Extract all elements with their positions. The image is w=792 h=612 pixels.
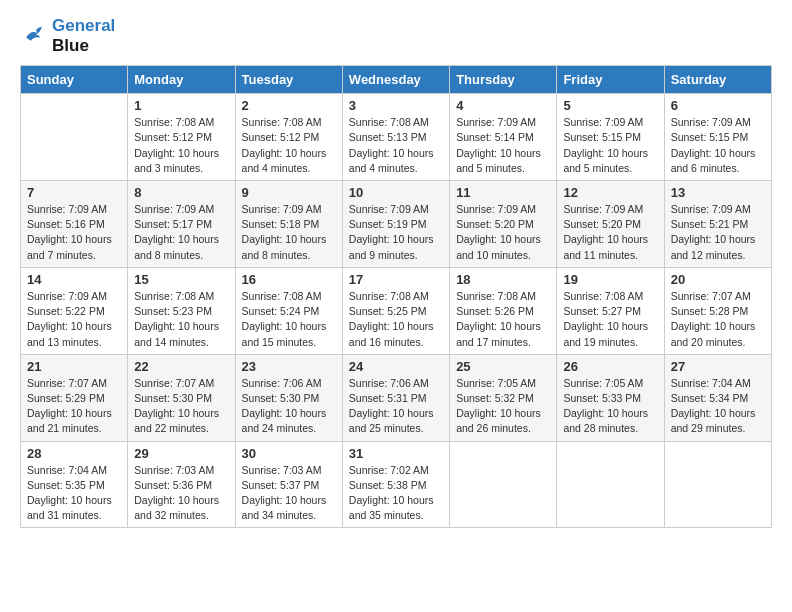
day-number: 16 [242, 272, 336, 287]
day-info: Sunrise: 7:09 AM Sunset: 5:15 PM Dayligh… [671, 115, 765, 176]
day-info: Sunrise: 7:07 AM Sunset: 5:29 PM Dayligh… [27, 376, 121, 437]
day-number: 11 [456, 185, 550, 200]
day-header-sunday: Sunday [21, 66, 128, 94]
calendar-cell [557, 441, 664, 528]
week-row-1: 1Sunrise: 7:08 AM Sunset: 5:12 PM Daylig… [21, 94, 772, 181]
day-info: Sunrise: 7:08 AM Sunset: 5:24 PM Dayligh… [242, 289, 336, 350]
day-info: Sunrise: 7:09 AM Sunset: 5:17 PM Dayligh… [134, 202, 228, 263]
day-info: Sunrise: 7:06 AM Sunset: 5:31 PM Dayligh… [349, 376, 443, 437]
day-info: Sunrise: 7:04 AM Sunset: 5:35 PM Dayligh… [27, 463, 121, 524]
calendar-cell: 18Sunrise: 7:08 AM Sunset: 5:26 PM Dayli… [450, 267, 557, 354]
day-number: 21 [27, 359, 121, 374]
day-header-tuesday: Tuesday [235, 66, 342, 94]
day-number: 31 [349, 446, 443, 461]
week-row-2: 7Sunrise: 7:09 AM Sunset: 5:16 PM Daylig… [21, 180, 772, 267]
day-header-thursday: Thursday [450, 66, 557, 94]
day-number: 18 [456, 272, 550, 287]
calendar-cell: 22Sunrise: 7:07 AM Sunset: 5:30 PM Dayli… [128, 354, 235, 441]
day-info: Sunrise: 7:08 AM Sunset: 5:13 PM Dayligh… [349, 115, 443, 176]
calendar-cell: 9Sunrise: 7:09 AM Sunset: 5:18 PM Daylig… [235, 180, 342, 267]
day-header-monday: Monday [128, 66, 235, 94]
day-info: Sunrise: 7:09 AM Sunset: 5:14 PM Dayligh… [456, 115, 550, 176]
day-number: 28 [27, 446, 121, 461]
calendar-cell: 28Sunrise: 7:04 AM Sunset: 5:35 PM Dayli… [21, 441, 128, 528]
logo-icon [20, 22, 48, 50]
calendar-table: SundayMondayTuesdayWednesdayThursdayFrid… [20, 65, 772, 528]
day-number: 10 [349, 185, 443, 200]
calendar-cell: 4Sunrise: 7:09 AM Sunset: 5:14 PM Daylig… [450, 94, 557, 181]
day-info: Sunrise: 7:08 AM Sunset: 5:25 PM Dayligh… [349, 289, 443, 350]
day-info: Sunrise: 7:06 AM Sunset: 5:30 PM Dayligh… [242, 376, 336, 437]
calendar-cell: 25Sunrise: 7:05 AM Sunset: 5:32 PM Dayli… [450, 354, 557, 441]
day-info: Sunrise: 7:05 AM Sunset: 5:32 PM Dayligh… [456, 376, 550, 437]
day-info: Sunrise: 7:08 AM Sunset: 5:26 PM Dayligh… [456, 289, 550, 350]
day-number: 3 [349, 98, 443, 113]
day-info: Sunrise: 7:09 AM Sunset: 5:22 PM Dayligh… [27, 289, 121, 350]
day-header-friday: Friday [557, 66, 664, 94]
calendar-cell: 12Sunrise: 7:09 AM Sunset: 5:20 PM Dayli… [557, 180, 664, 267]
day-number: 6 [671, 98, 765, 113]
calendar-cell: 7Sunrise: 7:09 AM Sunset: 5:16 PM Daylig… [21, 180, 128, 267]
calendar-cell: 3Sunrise: 7:08 AM Sunset: 5:13 PM Daylig… [342, 94, 449, 181]
calendar-cell: 1Sunrise: 7:08 AM Sunset: 5:12 PM Daylig… [128, 94, 235, 181]
day-number: 1 [134, 98, 228, 113]
day-number: 14 [27, 272, 121, 287]
page-header: General Blue [20, 16, 772, 55]
day-number: 26 [563, 359, 657, 374]
day-info: Sunrise: 7:04 AM Sunset: 5:34 PM Dayligh… [671, 376, 765, 437]
day-number: 12 [563, 185, 657, 200]
week-row-3: 14Sunrise: 7:09 AM Sunset: 5:22 PM Dayli… [21, 267, 772, 354]
day-info: Sunrise: 7:09 AM Sunset: 5:15 PM Dayligh… [563, 115, 657, 176]
calendar-cell: 2Sunrise: 7:08 AM Sunset: 5:12 PM Daylig… [235, 94, 342, 181]
day-info: Sunrise: 7:08 AM Sunset: 5:12 PM Dayligh… [134, 115, 228, 176]
calendar-cell: 11Sunrise: 7:09 AM Sunset: 5:20 PM Dayli… [450, 180, 557, 267]
day-info: Sunrise: 7:08 AM Sunset: 5:12 PM Dayligh… [242, 115, 336, 176]
calendar-cell: 17Sunrise: 7:08 AM Sunset: 5:25 PM Dayli… [342, 267, 449, 354]
day-number: 24 [349, 359, 443, 374]
day-number: 8 [134, 185, 228, 200]
day-number: 7 [27, 185, 121, 200]
day-info: Sunrise: 7:07 AM Sunset: 5:30 PM Dayligh… [134, 376, 228, 437]
calendar-cell [664, 441, 771, 528]
calendar-cell: 19Sunrise: 7:08 AM Sunset: 5:27 PM Dayli… [557, 267, 664, 354]
day-number: 20 [671, 272, 765, 287]
day-info: Sunrise: 7:05 AM Sunset: 5:33 PM Dayligh… [563, 376, 657, 437]
calendar-cell: 24Sunrise: 7:06 AM Sunset: 5:31 PM Dayli… [342, 354, 449, 441]
day-info: Sunrise: 7:08 AM Sunset: 5:27 PM Dayligh… [563, 289, 657, 350]
logo-text: General Blue [52, 16, 115, 55]
calendar-cell: 5Sunrise: 7:09 AM Sunset: 5:15 PM Daylig… [557, 94, 664, 181]
calendar-cell: 14Sunrise: 7:09 AM Sunset: 5:22 PM Dayli… [21, 267, 128, 354]
day-info: Sunrise: 7:09 AM Sunset: 5:16 PM Dayligh… [27, 202, 121, 263]
day-info: Sunrise: 7:09 AM Sunset: 5:18 PM Dayligh… [242, 202, 336, 263]
calendar-cell: 13Sunrise: 7:09 AM Sunset: 5:21 PM Dayli… [664, 180, 771, 267]
calendar-cell: 10Sunrise: 7:09 AM Sunset: 5:19 PM Dayli… [342, 180, 449, 267]
calendar-cell [450, 441, 557, 528]
calendar-cell: 31Sunrise: 7:02 AM Sunset: 5:38 PM Dayli… [342, 441, 449, 528]
day-number: 29 [134, 446, 228, 461]
day-number: 25 [456, 359, 550, 374]
day-number: 23 [242, 359, 336, 374]
day-number: 5 [563, 98, 657, 113]
week-row-4: 21Sunrise: 7:07 AM Sunset: 5:29 PM Dayli… [21, 354, 772, 441]
day-number: 9 [242, 185, 336, 200]
logo: General Blue [20, 16, 115, 55]
day-info: Sunrise: 7:09 AM Sunset: 5:20 PM Dayligh… [456, 202, 550, 263]
day-info: Sunrise: 7:07 AM Sunset: 5:28 PM Dayligh… [671, 289, 765, 350]
calendar-header-row: SundayMondayTuesdayWednesdayThursdayFrid… [21, 66, 772, 94]
day-info: Sunrise: 7:09 AM Sunset: 5:21 PM Dayligh… [671, 202, 765, 263]
day-number: 2 [242, 98, 336, 113]
day-header-saturday: Saturday [664, 66, 771, 94]
day-number: 13 [671, 185, 765, 200]
calendar-cell: 26Sunrise: 7:05 AM Sunset: 5:33 PM Dayli… [557, 354, 664, 441]
day-number: 22 [134, 359, 228, 374]
calendar-cell: 6Sunrise: 7:09 AM Sunset: 5:15 PM Daylig… [664, 94, 771, 181]
day-number: 4 [456, 98, 550, 113]
day-number: 27 [671, 359, 765, 374]
calendar-cell: 21Sunrise: 7:07 AM Sunset: 5:29 PM Dayli… [21, 354, 128, 441]
day-number: 30 [242, 446, 336, 461]
day-info: Sunrise: 7:09 AM Sunset: 5:20 PM Dayligh… [563, 202, 657, 263]
day-number: 17 [349, 272, 443, 287]
day-number: 19 [563, 272, 657, 287]
day-info: Sunrise: 7:02 AM Sunset: 5:38 PM Dayligh… [349, 463, 443, 524]
day-info: Sunrise: 7:09 AM Sunset: 5:19 PM Dayligh… [349, 202, 443, 263]
